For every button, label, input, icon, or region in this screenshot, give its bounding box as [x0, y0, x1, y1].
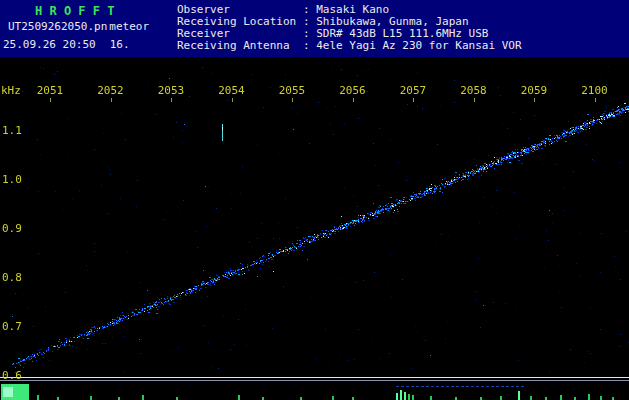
y-axis-tick-label: 0.6 — [2, 369, 22, 382]
x-axis-tick-mark — [534, 98, 535, 102]
y-axis-tick-label: 0.7 — [2, 320, 22, 333]
header-bar: H R O F F T UT2509262050.pnmeteor 25.09.… — [0, 0, 629, 57]
y-axis-tick-label: 0.8 — [2, 271, 22, 284]
x-axis-tick-label: 2054 — [218, 84, 245, 97]
x-axis-tick-mark — [474, 98, 475, 102]
station-info-row: Receiving Antenna: 4ele Yagi Az 230 for … — [177, 40, 522, 52]
x-axis-tick-label: 2056 — [339, 84, 366, 97]
info-colon: : — [303, 39, 316, 52]
x-axis-tick-label: 2053 — [158, 84, 185, 97]
x-axis-tick-mark — [292, 98, 293, 102]
info-label: Receiving Antenna — [177, 40, 303, 52]
timestamp: 25.09.26 20:50 — [3, 38, 96, 51]
x-axis-tick-mark — [413, 98, 414, 102]
y-axis-tick-label: 0.9 — [2, 222, 22, 235]
x-axis-tick-label: 2055 — [279, 84, 306, 97]
spectrogram-canvas — [0, 57, 629, 400]
timestamp-line: 25.09.26 20:5016. — [3, 39, 130, 51]
station-info: Observer: Masaki KanoReceiving Location:… — [177, 4, 522, 52]
y-axis-tick-label: 1.0 — [2, 173, 22, 186]
spectrogram-plot: kHz 205120522053205420552056205720582059… — [0, 57, 629, 400]
info-value: 4ele Yagi Az 230 for Kansai VOR — [316, 39, 521, 52]
app-title: H R O F F T — [35, 5, 114, 17]
x-axis-tick-label: 2058 — [460, 84, 487, 97]
x-axis-tick-label: 2059 — [521, 84, 548, 97]
x-axis-tick-label: 2052 — [97, 84, 124, 97]
x-axis-tick-mark — [171, 98, 172, 102]
x-axis-tick-mark — [111, 98, 112, 102]
x-axis-tick-mark — [353, 98, 354, 102]
y-axis-tick-label: 1.1 — [2, 124, 22, 137]
capture-file-line: UT2509262050.pnmeteor — [8, 21, 149, 33]
y-axis-unit-label: kHz — [1, 84, 21, 97]
x-axis-tick-mark — [50, 98, 51, 102]
x-axis-tick-mark — [232, 98, 233, 102]
x-axis-tick-label: 2057 — [400, 84, 427, 97]
capture-filename: UT2509262050.pn — [8, 20, 107, 33]
echo-count: 16. — [110, 38, 130, 51]
observation-mode-label: meteor — [109, 20, 149, 33]
x-axis-tick-mark — [595, 98, 596, 102]
x-axis-tick-label: 2051 — [37, 84, 64, 97]
x-axis-tick-label: 2100 — [581, 84, 608, 97]
